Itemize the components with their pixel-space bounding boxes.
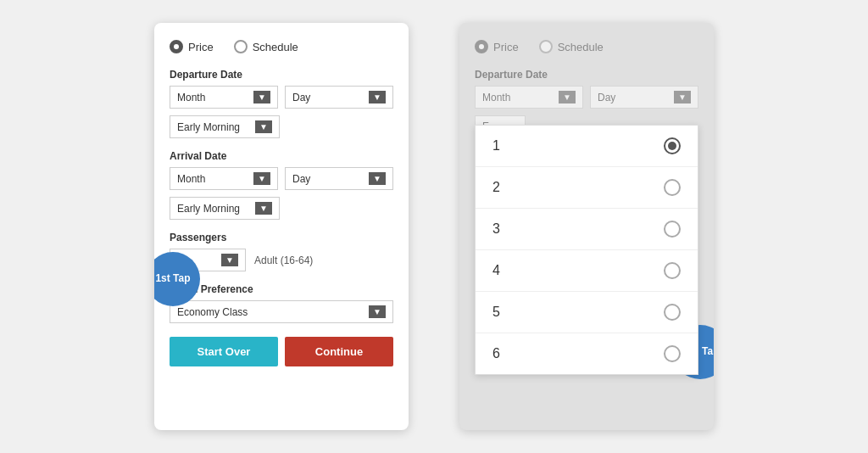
departure-time-dropdown[interactable]: Early Morning ▼	[170, 115, 280, 138]
schedule-radio-circle[interactable]	[234, 40, 248, 53]
arrival-time-value: Early Morning	[177, 203, 240, 215]
passengers-count-arrow: ▼	[221, 254, 238, 266]
departure-day-arrow: ▼	[369, 91, 386, 103]
overlay-item-6[interactable]: 6	[476, 333, 698, 374]
right-radio-row: Price Schedule	[475, 40, 698, 53]
overlay-item-4[interactable]: 4	[476, 250, 698, 292]
right-month-value: Month	[482, 92, 510, 103]
passengers-row: 1 ▼ Adult (16-64)	[170, 249, 393, 271]
overlay-value-1: 1	[492, 138, 500, 154]
departure-time-value: Early Morning	[177, 121, 240, 133]
arrival-month-arrow: ▼	[253, 172, 270, 185]
departure-day-dropdown[interactable]: Day ▼	[285, 86, 393, 109]
right-schedule-radio-option: Schedule	[539, 40, 604, 53]
overlay-dropdown: 1 2 3 4 5 6	[475, 125, 698, 375]
arrival-date-section: Arrival Date Month ▼ Day ▼ Early Morning…	[170, 150, 393, 220]
schedule-label: Schedule	[253, 41, 298, 53]
price-label: Price	[188, 41, 214, 53]
right-price-label: Price	[493, 41, 519, 53]
departure-dropdowns-row: Month ▼ Day ▼	[170, 86, 393, 109]
overlay-radio-1[interactable]	[664, 137, 681, 154]
cabin-preference-section: Cabin Preference Economy Class ▼	[170, 283, 393, 323]
price-radio-circle[interactable]	[170, 40, 183, 53]
right-month-dropdown: Month ▼	[475, 86, 583, 109]
departure-month-dropdown[interactable]: Month ▼	[170, 86, 278, 109]
overlay-item-2[interactable]: 2	[476, 167, 698, 209]
right-departure-dropdowns: Month ▼ Day ▼	[475, 86, 698, 109]
departure-date-section: Departure Date Month ▼ Day ▼ Early Morni…	[170, 69, 393, 138]
arrival-month-value: Month	[177, 173, 205, 185]
left-continue-button[interactable]: Continue	[285, 337, 393, 366]
arrival-day-dropdown[interactable]: Day ▼	[285, 167, 393, 190]
overlay-item-1[interactable]: 1	[476, 126, 698, 167]
overlay-value-4: 4	[492, 263, 500, 278]
overlay-value-6: 6	[492, 346, 500, 361]
arrival-day-value: Day	[292, 173, 310, 185]
right-price-radio-circle	[475, 40, 488, 53]
left-phone-frame: Price Schedule Departure Date Month ▼ Da…	[154, 23, 409, 430]
right-price-radio-option: Price	[475, 40, 519, 53]
right-schedule-radio-circle	[539, 40, 553, 53]
price-radio-option[interactable]: Price	[170, 40, 214, 53]
left-radio-row: Price Schedule	[170, 40, 393, 53]
right-day-dropdown: Day ▼	[590, 86, 698, 109]
right-day-value: Day	[598, 92, 615, 103]
overlay-radio-6[interactable]	[664, 345, 681, 362]
arrival-month-dropdown[interactable]: Month ▼	[170, 167, 278, 190]
passengers-label: Passengers	[170, 232, 393, 243]
overlay-radio-3[interactable]	[664, 221, 681, 238]
arrival-time-arrow: ▼	[255, 202, 272, 215]
departure-month-arrow: ▼	[253, 91, 270, 103]
overlay-item-5[interactable]: 5	[476, 292, 698, 333]
departure-date-label: Departure Date	[170, 69, 393, 81]
arrival-dropdowns-row: Month ▼ Day ▼	[170, 167, 393, 190]
overlay-item-3[interactable]: 3	[476, 209, 698, 250]
right-schedule-label: Schedule	[558, 41, 604, 53]
cabin-dropdown[interactable]: Economy Class ▼	[170, 300, 393, 323]
right-month-arrow: ▼	[559, 91, 576, 103]
schedule-radio-option[interactable]: Schedule	[234, 40, 298, 53]
passengers-section: Passengers 1 ▼ Adult (16-64)	[170, 232, 393, 271]
departure-time-arrow: ▼	[255, 120, 272, 133]
departure-month-value: Month	[177, 92, 205, 103]
overlay-radio-inner-1	[668, 142, 676, 150]
arrival-date-label: Arrival Date	[170, 150, 393, 162]
arrival-day-arrow: ▼	[369, 172, 386, 185]
arrival-time-dropdown[interactable]: Early Morning ▼	[170, 197, 280, 220]
overlay-radio-5[interactable]	[664, 304, 681, 321]
passenger-type-label: Adult (16-64)	[254, 254, 313, 266]
overlay-value-5: 5	[492, 305, 500, 320]
left-start-over-button[interactable]: Start Over	[170, 337, 278, 366]
cabin-value: Economy Class	[177, 306, 248, 318]
overlay-value-2: 2	[492, 180, 500, 195]
right-departure-label: Departure Date	[475, 69, 698, 81]
cabin-preference-label: Cabin Preference	[170, 283, 393, 295]
overlay-value-3: 3	[492, 221, 500, 237]
cabin-arrow: ▼	[369, 305, 386, 318]
overlay-radio-2[interactable]	[664, 179, 681, 196]
right-day-arrow: ▼	[674, 91, 691, 103]
left-buttons-row: Start Over Continue	[170, 337, 393, 366]
right-phone-frame: Price Schedule Departure Date Month ▼ Da…	[459, 23, 714, 430]
overlay-radio-4[interactable]	[664, 262, 681, 279]
departure-day-value: Day	[292, 92, 310, 103]
